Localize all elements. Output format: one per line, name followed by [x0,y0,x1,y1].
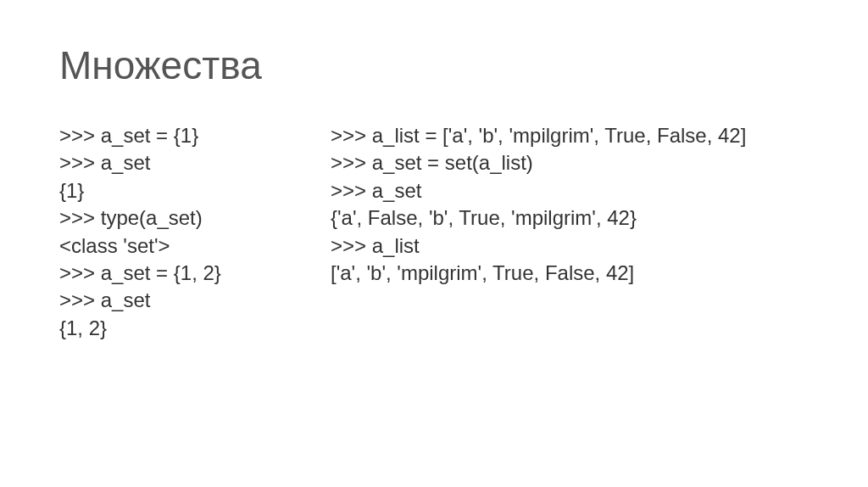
code-line: {1} [59,177,280,204]
code-line: >>> a_list = ['a', 'b', 'mpilgrim', True… [331,122,809,149]
left-column: >>> a_set = {1} >>> a_set {1} >>> type(a… [59,122,280,342]
code-line: >>> a_set [331,177,809,204]
code-line: {1, 2} [59,315,280,342]
code-line: >>> type(a_set) [59,204,280,232]
slide-title: Множества [59,42,809,88]
code-line: ['a', 'b', 'mpilgrim', True, False, 42] [331,260,809,287]
code-line: >>> a_set = {1} [59,122,280,149]
code-line: {'a', False, 'b', True, 'mpilgrim', 42} [331,204,809,232]
code-line: <class 'set'> [59,232,280,260]
code-line: >>> a_set = set(a_list) [331,149,809,176]
content-columns: >>> a_set = {1} >>> a_set {1} >>> type(a… [59,122,809,342]
right-column: >>> a_list = ['a', 'b', 'mpilgrim', True… [331,122,809,342]
code-line: >>> a_set = {1, 2} [59,260,280,287]
code-line: >>> a_set [59,149,280,176]
code-line: >>> a_list [331,232,809,260]
code-line: >>> a_set [59,287,280,314]
